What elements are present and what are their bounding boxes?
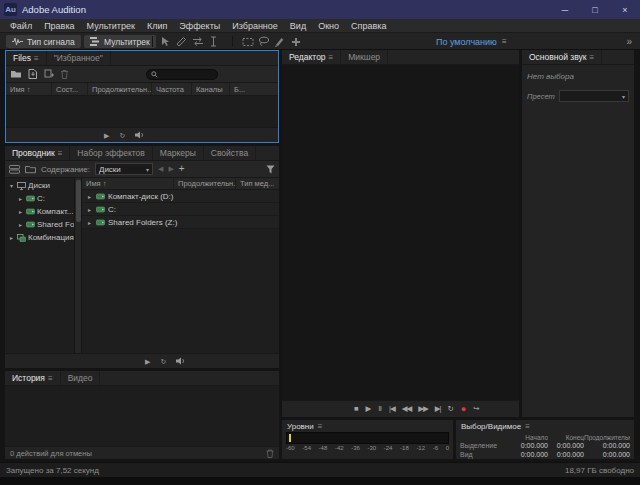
menu-multitrack[interactable]: Мультитрек [81,21,141,31]
menu-edit[interactable]: Правка [38,21,80,31]
lasso-selection-tool-icon[interactable] [256,35,271,48]
tab-effects-rack[interactable]: Набор эффектов [70,146,152,160]
panel-menu-icon[interactable]: ≡ [48,374,53,383]
expander-collapsed-icon[interactable]: ▸ [86,193,93,200]
expander-collapsed-icon[interactable]: ▸ [17,221,24,228]
preview-play-icon[interactable]: ▶ [104,132,109,139]
panel-menu-icon[interactable]: ≡ [590,53,595,62]
paintbrush-tool-icon[interactable] [272,35,287,48]
play-icon[interactable]: ▶ [366,405,372,413]
level-meter[interactable] [286,432,449,444]
column-channels[interactable]: Каналы [192,83,230,95]
list-item-c-drive[interactable]: ▸ C: [82,203,279,216]
column-name[interactable]: Имя ↑ [82,178,174,189]
tree-item-shared-folders[interactable]: ▸ Shared Fo... [5,218,74,231]
move-to-previous-icon[interactable]: |◀ [389,405,395,413]
column-duration[interactable]: Продолжительн... [88,83,152,95]
panel-menu-icon[interactable]: ≡ [525,422,530,431]
expander-collapsed-icon[interactable]: ▸ [17,208,24,215]
marquee-selection-tool-icon[interactable] [240,35,255,48]
column-name[interactable]: Имя ↑ [6,83,52,95]
menu-clip[interactable]: Клип [141,21,173,31]
minimize-button[interactable]: ─ [550,0,580,19]
trash-icon[interactable] [266,449,274,458]
move-to-next-icon[interactable]: ▶| [435,405,441,413]
waveform-view-button[interactable]: Тип сигнала [6,35,81,48]
column-duration[interactable]: Продолжительн... [174,178,236,189]
editor-canvas[interactable] [282,65,519,400]
tree-item-c-drive[interactable]: ▸ C: [5,192,74,205]
tab-video[interactable]: Видео [61,371,101,385]
record-icon[interactable]: ● [461,405,466,414]
import-file-icon[interactable] [28,69,38,79]
list-item-shared-folders[interactable]: ▸ Shared Folders (Z:) [82,216,279,229]
close-button[interactable]: × [610,0,640,19]
tab-markers[interactable]: Маркеры [153,146,204,160]
menu-help[interactable]: Справка [345,21,392,31]
tab-mixer[interactable]: Микшер [341,50,388,64]
expander-collapsed-icon[interactable]: ▸ [17,195,24,202]
tree-item-drives[interactable]: ▾ Диски [5,179,74,192]
panel-menu-icon[interactable]: ≡ [318,422,323,431]
preview-loop-icon[interactable]: ↻ [119,132,125,139]
maximize-button[interactable]: □ [580,0,610,19]
menu-file[interactable]: Файл [4,21,38,31]
drives-icon[interactable] [9,165,20,174]
filter-funnel-icon[interactable] [266,165,275,174]
tab-history[interactable]: История ≡ [5,371,61,385]
preview-autoplay-speaker-icon[interactable] [135,131,145,139]
tree-item-combination[interactable]: ▸ Комбинация [5,231,74,244]
tab-favorites[interactable]: "Избранное" [47,51,111,65]
open-file-icon[interactable] [10,69,22,79]
rewind-icon[interactable]: ◀◀ [402,405,412,413]
column-status[interactable]: Сост... [52,83,88,95]
preview-play-icon[interactable]: ▶ [145,358,150,365]
spot-healing-tool-icon[interactable] [288,35,303,48]
tab-explorer[interactable]: Проводник ≡ [5,146,70,160]
new-item-icon[interactable] [44,69,54,79]
back-icon[interactable]: ◀ [158,165,163,173]
column-media-type[interactable]: Тип мед... [236,178,279,189]
expander-collapsed-icon[interactable]: ▸ [8,234,15,241]
pause-icon[interactable]: Ⅱ [378,405,382,413]
slip-tool-icon[interactable] [190,35,205,48]
menu-window[interactable]: Окно [312,21,345,31]
tree-scrollbar[interactable] [75,178,82,353]
menu-effects[interactable]: Эффекты [173,21,226,31]
toolbar-overflow-chevron-icon[interactable]: » [626,33,632,50]
multitrack-view-button[interactable]: Мультитрек [84,35,156,48]
fast-forward-icon[interactable]: ▶▶ [418,405,428,413]
tab-editor[interactable]: Редактор ≡ [282,50,341,64]
content-dropdown[interactable]: Диски ▾ [95,163,153,175]
menu-view[interactable]: Вид [284,21,312,31]
preset-dropdown[interactable]: ▾ [559,90,629,102]
trash-icon[interactable] [60,69,69,79]
expander-expanded-icon[interactable]: ▾ [8,182,15,189]
add-shortcut-icon[interactable]: + [179,164,185,174]
preview-loop-icon[interactable]: ↻ [160,358,166,365]
selection-end-value[interactable]: 0:00.000 [548,442,584,449]
scrollbar-thumb[interactable] [76,180,81,222]
forward-icon[interactable]: ▶ [168,165,173,173]
expander-collapsed-icon[interactable]: ▸ [86,219,93,226]
time-selection-tool-icon[interactable] [206,35,221,48]
loop-playback-icon[interactable]: ↻ [448,405,454,413]
files-search-input[interactable] [161,71,213,78]
selection-start-value[interactable]: 0:00.000 [508,442,548,449]
tree-item-cd-drive[interactable]: ▸ Компакт... [5,205,74,218]
selection-duration-value[interactable]: 0:00.000 [584,442,630,449]
expander-collapsed-icon[interactable]: ▸ [86,206,93,213]
menu-favorites[interactable]: Избранное [226,21,284,31]
workspace-menu-icon[interactable]: ≡ [502,37,507,46]
razor-tool-icon[interactable] [174,35,189,48]
tab-properties[interactable]: Свойства [204,146,256,160]
column-bit-depth[interactable]: Б... [230,83,278,95]
view-duration-value[interactable]: 0:00.000 [584,451,630,458]
tab-essential-sound[interactable]: Основной звук ≡ [522,50,602,64]
view-start-value[interactable]: 0:00.000 [508,451,548,458]
tab-files[interactable]: Files ≡ [6,51,47,65]
move-tool-icon[interactable] [158,35,173,48]
skip-selection-icon[interactable]: ↪ [473,405,479,413]
folder-icon[interactable] [25,165,36,174]
panel-menu-icon[interactable]: ≡ [58,149,63,158]
